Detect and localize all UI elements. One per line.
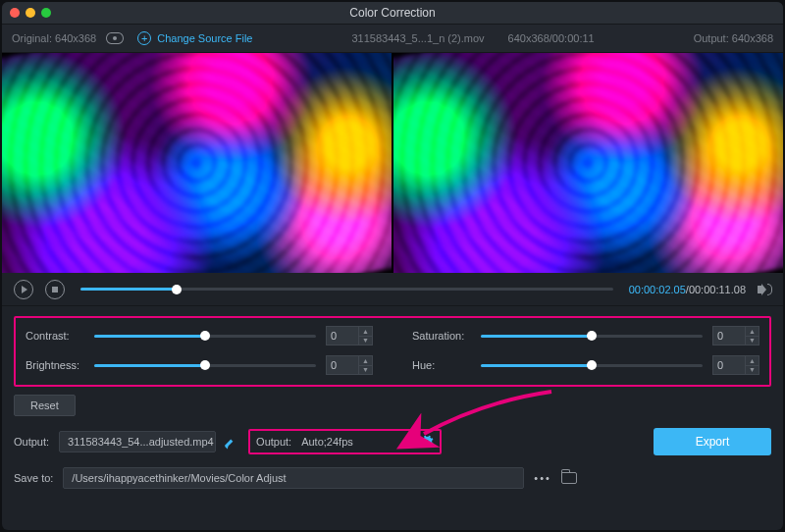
brightness-step-down[interactable]: ▼ bbox=[359, 366, 372, 375]
save-to-label: Save to: bbox=[14, 472, 53, 484]
contrast-step-up[interactable]: ▲ bbox=[359, 327, 372, 337]
volume-icon[interactable] bbox=[758, 283, 771, 296]
reset-button[interactable]: Reset bbox=[14, 395, 76, 416]
preview-toggle-icon[interactable] bbox=[106, 32, 124, 44]
save-path: /Users/ihappyacethinker/Movies/Color Adj… bbox=[72, 472, 286, 484]
hue-step-up[interactable]: ▲ bbox=[746, 356, 759, 366]
browse-path-button[interactable]: ••• bbox=[534, 472, 551, 484]
preview-original bbox=[2, 53, 392, 273]
output-format-label: Output: bbox=[256, 436, 291, 448]
play-icon bbox=[22, 286, 27, 293]
output-format-value: Auto;24fps bbox=[301, 436, 353, 448]
brightness-label: Brightness: bbox=[26, 359, 84, 371]
source-filename: 311583443_5...1_n (2).mov bbox=[351, 32, 484, 44]
saturation-step-down[interactable]: ▼ bbox=[746, 337, 759, 346]
timecode: 00:00:02.05/00:00:11.08 bbox=[629, 284, 746, 295]
stop-icon bbox=[52, 287, 58, 293]
brightness-value-input[interactable] bbox=[326, 355, 359, 375]
output-label: Output: bbox=[14, 436, 49, 448]
brightness-step-up[interactable]: ▲ bbox=[359, 356, 372, 366]
source-fileinfo: 640x368/00:00:11 bbox=[508, 32, 595, 44]
contrast-value-input[interactable] bbox=[326, 326, 359, 346]
brightness-row: Brightness: ▲▼ bbox=[26, 355, 373, 375]
export-button[interactable]: Export bbox=[654, 428, 771, 455]
change-source-label: Change Source File bbox=[157, 32, 252, 44]
contrast-step-down[interactable]: ▼ bbox=[359, 337, 372, 346]
open-folder-icon[interactable] bbox=[561, 472, 577, 484]
play-button[interactable] bbox=[14, 280, 33, 299]
output-filename-field: 311583443_54...adjusted.mp4 bbox=[59, 431, 216, 452]
seek-slider[interactable] bbox=[80, 288, 613, 291]
output-filename: 311583443_54...adjusted.mp4 bbox=[68, 436, 214, 448]
preview-area bbox=[2, 53, 783, 273]
color-controls-panel: Contrast: ▲▼ Saturation: ▲▼ bbox=[2, 306, 783, 422]
total-time: /00:00:11.08 bbox=[686, 284, 746, 295]
original-dimensions-label: Original: 640x368 bbox=[12, 32, 96, 44]
window-title: Color Correction bbox=[2, 6, 783, 20]
hue-value-input[interactable] bbox=[712, 355, 746, 375]
edit-filename-icon[interactable] bbox=[226, 436, 238, 449]
controls-highlight-box: Contrast: ▲▼ Saturation: ▲▼ bbox=[14, 316, 771, 387]
output-settings-gear-icon[interactable] bbox=[419, 435, 434, 450]
hue-row: Hue: ▲▼ bbox=[412, 355, 759, 375]
stop-button[interactable] bbox=[45, 280, 65, 299]
output-dimensions-label: Output: 640x368 bbox=[694, 32, 773, 44]
playback-bar: 00:00:02.05/00:00:11.08 bbox=[2, 273, 783, 306]
hue-step-down[interactable]: ▼ bbox=[746, 366, 759, 375]
output-format-highlight-box: Output: Auto;24fps bbox=[248, 429, 442, 454]
contrast-row: Contrast: ▲▼ bbox=[26, 326, 373, 346]
hue-label: Hue: bbox=[412, 359, 471, 371]
preview-adjusted bbox=[393, 53, 783, 273]
saturation-slider[interactable] bbox=[481, 335, 703, 338]
contrast-label: Contrast: bbox=[26, 330, 84, 342]
plus-icon: + bbox=[137, 31, 151, 45]
hue-slider[interactable] bbox=[481, 364, 703, 367]
output-row: Output: 311583443_54...adjusted.mp4 Outp… bbox=[2, 422, 783, 461]
saturation-row: Saturation: ▲▼ bbox=[412, 326, 759, 346]
output-format-field: Auto;24fps bbox=[301, 431, 409, 452]
current-time: 00:00:02.05 bbox=[629, 284, 686, 295]
contrast-slider[interactable] bbox=[94, 335, 316, 338]
toolbar: Original: 640x368 + Change Source File 3… bbox=[2, 24, 783, 53]
saturation-step-up[interactable]: ▲ bbox=[746, 327, 759, 337]
color-correction-window: Color Correction Original: 640x368 + Cha… bbox=[2, 2, 783, 530]
saturation-value-input[interactable] bbox=[712, 326, 746, 346]
brightness-slider[interactable] bbox=[94, 364, 316, 367]
titlebar: Color Correction bbox=[2, 2, 783, 24]
save-path-field[interactable]: /Users/ihappyacethinker/Movies/Color Adj… bbox=[63, 467, 524, 489]
change-source-button[interactable]: + Change Source File bbox=[137, 31, 252, 45]
saturation-label: Saturation: bbox=[412, 330, 471, 342]
save-row: Save to: /Users/ihappyacethinker/Movies/… bbox=[2, 461, 783, 495]
